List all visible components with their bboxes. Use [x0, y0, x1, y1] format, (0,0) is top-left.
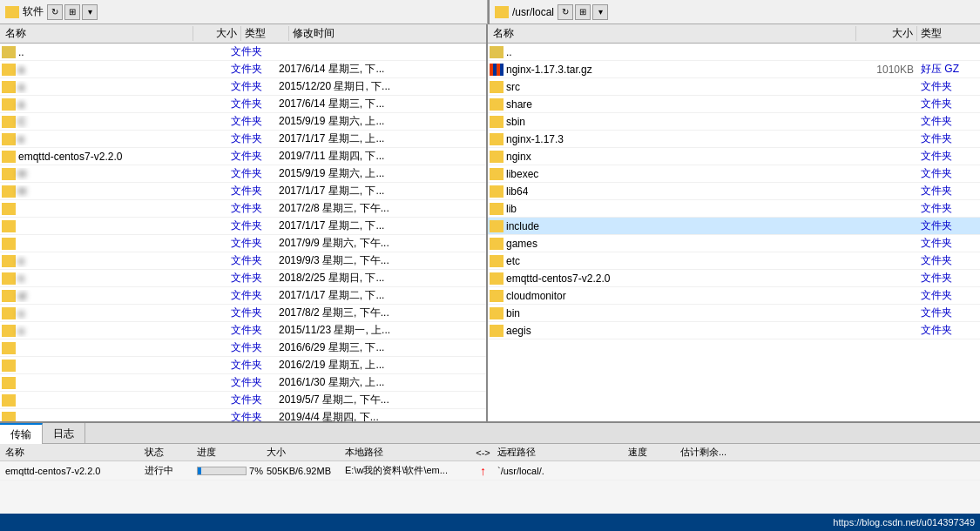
file-name: lib64 [506, 185, 528, 198]
folder-icon [490, 168, 504, 180]
file-type: 文件夹 [917, 79, 978, 94]
list-item[interactable]: u文件夹2017/8/2 星期三, 下午... [0, 305, 486, 322]
left-pane-buttons: ↻ ⊞ ▾ [47, 4, 98, 20]
file-type: 文件夹 [227, 218, 275, 233]
file-type: 文件夹 [227, 375, 275, 390]
file-name: sl [18, 290, 26, 302]
list-item[interactable]: H文件夹2015/9/19 星期六, 上... [0, 165, 486, 183]
transfer-col-arrow: <-> [472, 447, 494, 458]
right-col-size: 大小 [856, 26, 917, 41]
file-date: 2019/5/7 星期二, 下午... [275, 393, 484, 407]
top-bar: 软件 ↻ ⊞ ▾ /usr/local ↻ ⊞ ▾ [0, 0, 980, 24]
file-type: 文件夹 [227, 410, 275, 421]
list-item[interactable]: games文件夹 [488, 235, 980, 252]
list-item[interactable]: 文件夹2016/6/29 星期三, 下... [0, 339, 486, 357]
file-type: 文件夹 [917, 149, 978, 164]
list-item[interactable]: lib文件夹 [488, 200, 980, 218]
right-bookmark-btn[interactable]: ⊞ [575, 4, 591, 20]
list-item[interactable]: .. [488, 44, 980, 61]
folder-icon [2, 255, 16, 267]
file-type: 文件夹 [917, 201, 978, 216]
file-date: 2017/2/8 星期三, 下午... [275, 201, 484, 216]
file-name: aegis [506, 325, 531, 337]
transfer-direction-icon: ↑ [472, 464, 494, 478]
list-item[interactable]: a文件夹2015/12/20 星期日, 下... [0, 78, 486, 96]
right-col-headers: 名称 大小 类型 [488, 24, 980, 44]
left-pane-header: 软件 ↻ ⊞ ▾ [0, 0, 488, 24]
right-pane-title: /usr/local [512, 6, 554, 18]
right-file-list[interactable]: ..nginx-1.17.3.tar.gz1010KB好压 GZsrc文件夹sh… [488, 44, 980, 421]
list-item[interactable]: bin文件夹 [488, 305, 980, 322]
list-item[interactable]: nginx文件夹 [488, 148, 980, 165]
folder-icon [2, 46, 16, 58]
list-item[interactable]: 文件夹2017/1/17 星期二, 下... [0, 218, 486, 235]
list-item[interactable]: libexec文件夹 [488, 165, 980, 183]
folder-icon [2, 98, 16, 111]
tab-log[interactable]: 日志 [43, 423, 85, 444]
list-item[interactable]: a文件夹2017/6/14 星期三, 下... [0, 61, 486, 78]
list-item[interactable]: emqttd-centos7-v2.2.0文件夹2019/7/11 星期四, 下… [0, 148, 486, 165]
list-item[interactable]: e文件夹2017/1/17 星期二, 上... [0, 131, 486, 148]
file-date: 2017/6/14 星期三, 下... [275, 97, 484, 111]
list-item[interactable]: share文件夹 [488, 96, 980, 113]
file-type: 文件夹 [227, 149, 275, 164]
file-date: 2019/4/4 星期四, 下... [275, 410, 484, 421]
list-item[interactable]: 文件夹2017/2/8 星期三, 下午... [0, 200, 486, 218]
file-date: 2018/2/25 星期日, 下... [275, 271, 484, 286]
list-item[interactable]: cloudmonitor文件夹 [488, 287, 980, 305]
list-item[interactable]: 文件夹2017/9/9 星期六, 下午... [0, 235, 486, 252]
transfer-col-status: 状态 [141, 446, 193, 459]
file-type: 文件夹 [227, 184, 275, 198]
file-type: 文件夹 [917, 114, 978, 129]
right-dropdown-btn[interactable]: ▾ [592, 4, 608, 20]
file-name: .. [18, 46, 24, 58]
list-item[interactable]: H文件夹2017/1/17 星期二, 下... [0, 183, 486, 200]
folder-icon [490, 98, 504, 111]
list-item[interactable]: etc文件夹 [488, 252, 980, 270]
list-item[interactable]: 文件夹2016/2/19 星期五, 上... [0, 357, 486, 374]
folder-icon [2, 81, 16, 93]
list-item[interactable]: include文件夹 [488, 218, 980, 235]
left-col-size: 大小 [193, 26, 241, 41]
file-date: 2015/9/19 星期六, 上... [275, 114, 484, 129]
list-item[interactable]: nginx-1.17.3.tar.gz1010KB好压 GZ [488, 61, 980, 78]
transfer-name: emqttd-centos7-v2.2.0 [2, 466, 141, 476]
tab-transfer[interactable]: 传输 [0, 423, 43, 444]
file-type: 文件夹 [227, 79, 275, 94]
folder-icon [490, 81, 504, 93]
list-item[interactable]: C文件夹2015/9/19 星期六, 上... [0, 113, 486, 131]
list-item[interactable]: lib64文件夹 [488, 183, 980, 200]
left-refresh-btn[interactable]: ↻ [47, 4, 63, 20]
list-item[interactable]: src文件夹 [488, 78, 980, 96]
file-type: 文件夹 [227, 44, 275, 59]
list-item[interactable]: aegis文件夹 [488, 322, 980, 339]
file-type: 文件夹 [227, 236, 275, 251]
list-item[interactable]: nginx-1.17.3文件夹 [488, 131, 980, 148]
right-refresh-btn[interactable]: ↻ [558, 4, 573, 20]
file-type: 文件夹 [227, 253, 275, 268]
left-col-type: 类型 [241, 26, 289, 41]
left-bookmark-btn[interactable]: ⊞ [64, 4, 80, 20]
list-item[interactable]: ..文件夹 [0, 44, 486, 61]
left-dropdown-btn[interactable]: ▾ [82, 4, 98, 20]
list-item[interactable]: sl文件夹2017/1/17 星期二, 下... [0, 287, 486, 305]
folder-icon [490, 220, 504, 232]
file-name: .. [506, 46, 512, 58]
list-item[interactable]: n文件夹2018/2/25 星期日, 下... [0, 270, 486, 287]
list-item[interactable]: sbin文件夹 [488, 113, 980, 131]
folder-icon [2, 185, 16, 198]
list-item[interactable]: a文件夹2017/6/14 星期三, 下... [0, 96, 486, 113]
file-type: 文件夹 [227, 131, 275, 146]
left-col-date: 修改时间 [289, 26, 484, 41]
list-item[interactable]: 文件夹2019/4/4 星期四, 下... [0, 409, 486, 421]
list-item[interactable]: u文件夹2015/11/23 星期一, 上... [0, 322, 486, 339]
left-file-list[interactable]: ..文件夹a文件夹2017/6/14 星期三, 下...a文件夹2015/12/… [0, 44, 486, 421]
transfer-col-local: 本地路径 [341, 446, 472, 459]
list-item[interactable]: 文件夹2016/1/30 星期六, 上... [0, 374, 486, 392]
list-item[interactable]: o文件夹2019/9/3 星期二, 下午... [0, 252, 486, 270]
file-name: bin [506, 307, 520, 319]
folder-icon [490, 185, 504, 198]
right-file-pane: 名称 大小 类型 ..nginx-1.17.3.tar.gz1010KB好压 G… [488, 24, 980, 421]
list-item[interactable]: 文件夹2019/5/7 星期二, 下午... [0, 392, 486, 409]
list-item[interactable]: emqttd-centos7-v2.2.0文件夹 [488, 270, 980, 287]
